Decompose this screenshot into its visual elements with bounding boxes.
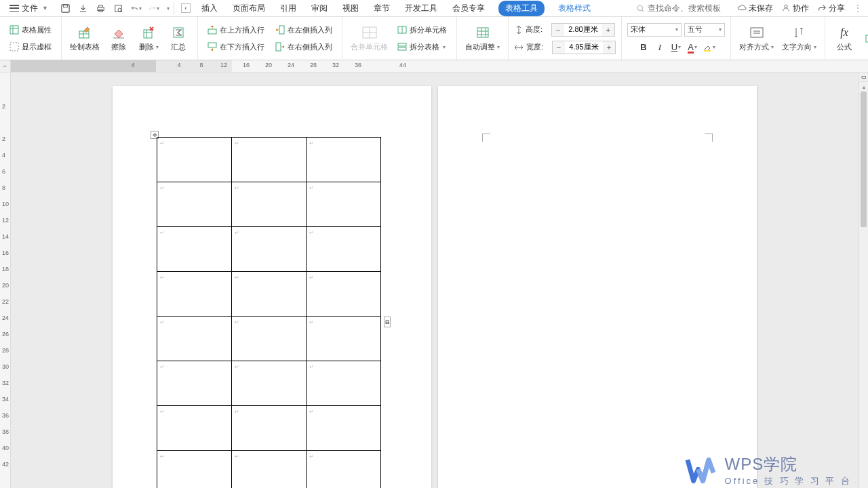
crop-mark <box>482 134 490 142</box>
page-2[interactable] <box>438 86 757 488</box>
share-button[interactable]: 分享 <box>817 3 845 14</box>
italic-button[interactable]: I <box>652 41 667 54</box>
col-width-control: 宽度: − + <box>514 41 616 54</box>
width-spinner[interactable]: − + <box>552 41 616 54</box>
svg-rect-21 <box>398 47 406 50</box>
sum-button[interactable]: 汇总 <box>163 24 193 54</box>
delete-button[interactable]: 删除▾ <box>134 24 163 54</box>
wps-logo-icon <box>683 453 718 488</box>
tab-references[interactable]: 引用 <box>279 1 298 16</box>
highlight-button[interactable]: ▾ <box>701 41 716 54</box>
tab-section[interactable]: 章节 <box>372 1 391 16</box>
divider <box>174 2 174 14</box>
scroll-thumb[interactable] <box>861 92 867 227</box>
height-spinner[interactable]: − + <box>551 23 615 37</box>
vertical-scrollbar[interactable]: ▭ ▴ <box>859 73 868 488</box>
table-row <box>157 138 381 182</box>
height-input[interactable] <box>564 26 602 34</box>
autofit-button[interactable]: 自动调整▾ <box>461 24 504 54</box>
table-row <box>157 227 381 272</box>
width-inc[interactable]: + <box>603 41 615 54</box>
document-table[interactable] <box>157 137 381 488</box>
qa-more[interactable]: ▾ <box>167 5 170 12</box>
canvas[interactable]: ⊟ WPS学院 Office 技 巧 学 习 平 台 <box>11 73 859 488</box>
save-icon[interactable] <box>60 3 71 14</box>
draw-table-button[interactable]: 绘制表格 <box>66 24 104 54</box>
vertical-ruler[interactable]: 2 2 4 6 8 10 12 14 16 18 20 22 24 26 28 … <box>0 73 11 488</box>
svg-rect-13 <box>174 28 183 37</box>
tab-insert[interactable]: 插入 <box>200 1 219 16</box>
merge-cells-button[interactable]: 合并单元格 <box>347 24 392 54</box>
height-icon <box>515 25 523 35</box>
align-button[interactable]: 对齐方式▾ <box>735 24 778 54</box>
font-size-combo[interactable]: 五号▾ <box>684 23 725 37</box>
tab-layout[interactable]: 页面布局 <box>231 1 267 16</box>
split-table-icon <box>397 42 407 52</box>
group-font: 宋体▾ 五号▾ B I U▾ A▾ ▾ <box>622 17 731 60</box>
group-draw: 绘制表格 擦除 删除▾ 汇总 <box>62 17 198 60</box>
scroll-up[interactable]: ▴ <box>859 82 868 92</box>
share-label: 分享 <box>829 3 845 14</box>
main-tabs: 插入 页面布局 引用 审阅 视图 章节 开发工具 会员专享 表格工具 表格样式 <box>200 1 592 16</box>
cloud-icon <box>737 3 747 13</box>
split-table-button[interactable]: 拆分表格▾ <box>395 41 450 54</box>
width-dec[interactable]: − <box>553 41 565 54</box>
redo-button[interactable]: ▾ <box>149 3 159 14</box>
group-dimensions: 高度: − + 宽度: − + <box>509 17 622 60</box>
font-family-combo[interactable]: 宋体▾ <box>627 23 682 37</box>
tab-member[interactable]: 会员专享 <box>451 1 486 16</box>
tab-review[interactable]: 审阅 <box>310 1 329 16</box>
bold-button[interactable]: B <box>636 41 651 54</box>
insert-col-left-button[interactable]: 在左侧插入列 <box>273 24 335 37</box>
merge-icon <box>362 25 377 40</box>
table-side-handle[interactable]: ⊟ <box>384 317 391 327</box>
print-icon[interactable] <box>96 3 106 14</box>
tab-table-tools[interactable]: 表格工具 <box>498 1 545 16</box>
page-1[interactable]: ⊟ <box>113 86 431 488</box>
table-row <box>157 272 381 317</box>
preview-icon[interactable] <box>113 3 124 14</box>
tab-devtools[interactable]: 开发工具 <box>403 1 439 16</box>
pencil-icon <box>77 25 92 40</box>
table-props-icon <box>9 25 19 35</box>
watermark: WPS学院 Office 技 巧 学 习 平 台 <box>683 453 852 488</box>
erase-button[interactable]: 擦除 <box>104 24 134 54</box>
split-cell-icon <box>397 25 407 35</box>
insert-row-above-button[interactable]: 在上方插入行 <box>205 24 267 37</box>
menubar-right: 未保存 协作 分享 ⋮ <box>636 3 863 14</box>
split-cell-button[interactable]: 拆分单元格 <box>395 24 450 37</box>
width-input[interactable] <box>565 43 603 52</box>
tab-table-style[interactable]: 表格样式 <box>557 1 592 16</box>
table-row <box>157 406 381 451</box>
more-button[interactable]: ⋮ <box>853 3 863 14</box>
file-label: 文件 <box>22 3 38 14</box>
formula-button[interactable]: fx公式 <box>829 24 859 54</box>
show-gridlines-button[interactable]: 显示虚框 <box>7 41 54 54</box>
svg-rect-3 <box>99 5 103 7</box>
horizontal-ruler[interactable]: ⌐ 4 4 8 12 16 20 24 28 32 36 44 <box>0 60 868 73</box>
collapse-ribbon-button[interactable]: ‹ <box>181 3 191 13</box>
quick-calc-button[interactable]: 快速 <box>862 32 868 45</box>
search-box[interactable] <box>636 3 729 13</box>
svg-rect-20 <box>398 43 406 46</box>
table-properties-button[interactable]: 表格属性 <box>7 24 54 37</box>
calc-icon <box>865 34 868 43</box>
scroll-opts[interactable]: ▭ <box>859 73 868 82</box>
export-icon[interactable] <box>78 3 89 14</box>
height-inc[interactable]: + <box>602 24 614 36</box>
file-menu[interactable]: 文件 ▼ <box>5 1 52 16</box>
undo-button[interactable]: ▾ <box>131 3 142 14</box>
tab-view[interactable]: 视图 <box>341 1 360 16</box>
text-direction-button[interactable]: 文字方向▾ <box>778 24 821 54</box>
unsaved-status[interactable]: 未保存 <box>737 3 773 14</box>
collab-button[interactable]: 协作 <box>781 3 809 14</box>
font-color-button[interactable]: A▾ <box>685 41 700 54</box>
search-input[interactable] <box>648 3 729 13</box>
highlight-icon <box>703 43 712 52</box>
menubar: 文件 ▼ ▾ ▾ ▾ ‹ 插入 页面布局 引用 审阅 视图 章节 开发工具 会员… <box>0 0 868 17</box>
insert-col-right-button[interactable]: 在右侧插入列 <box>273 41 335 54</box>
insert-row-below-button[interactable]: 在下方插入行 <box>205 41 267 54</box>
svg-rect-24 <box>751 28 763 37</box>
height-dec[interactable]: − <box>552 24 564 36</box>
underline-button[interactable]: U▾ <box>669 41 684 54</box>
